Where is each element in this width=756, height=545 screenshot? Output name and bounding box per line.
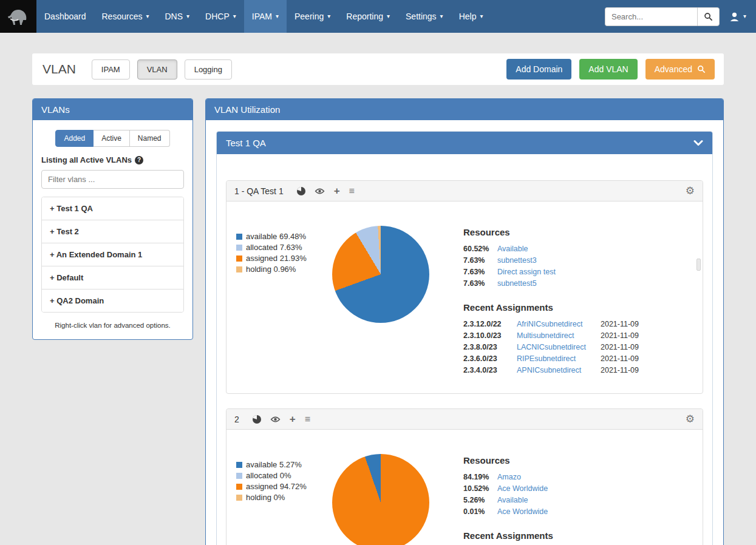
- vlan-list-item[interactable]: + Test 2: [42, 220, 183, 243]
- nav-label: Reporting: [346, 12, 383, 21]
- pie-chart-icon[interactable]: [297, 187, 305, 195]
- help-icon[interactable]: ?: [135, 156, 143, 164]
- vlans-panel: VLANs Added Active Named Listing all Act…: [32, 98, 193, 340]
- tab-ipam[interactable]: IPAM: [92, 59, 130, 80]
- legend-item: available 69.48%: [236, 232, 332, 241]
- nav-item-resources[interactable]: Resources▾: [94, 0, 157, 33]
- page-actions: Add Domain Add VLAN Advanced: [506, 59, 715, 80]
- card-info: Resources 60.52%Available 7.63%subnettes…: [463, 227, 693, 377]
- menu-bars-icon[interactable]: ≡: [305, 415, 310, 424]
- assignment-link[interactable]: LACNICsubnetdirect: [517, 343, 596, 351]
- legend-label: available 5.27%: [246, 460, 302, 469]
- pie-chart-icon[interactable]: [253, 415, 261, 424]
- mammoth-logo-icon: [6, 4, 30, 29]
- nav-item-dhcp[interactable]: DHCP▾: [197, 0, 244, 33]
- assignment-date: 2021-11-09: [601, 331, 693, 340]
- utilization-pie-chart: [332, 226, 429, 323]
- gear-icon[interactable]: ⚙: [686, 414, 695, 424]
- caret-down-icon: ▾: [276, 13, 279, 19]
- caret-down-icon: ▾: [440, 13, 443, 19]
- resource-link[interactable]: Ace Worldwide: [497, 484, 548, 493]
- resource-row: 5.26%Available: [463, 496, 693, 504]
- collapse-button[interactable]: [693, 140, 703, 146]
- plus-icon[interactable]: +: [334, 186, 340, 196]
- resource-link[interactable]: subnettest5: [497, 279, 537, 288]
- caret-down-icon: ▾: [186, 13, 189, 19]
- add-vlan-button[interactable]: Add VLAN: [579, 59, 637, 80]
- resource-row: 10.52%Ace Worldwide: [463, 484, 693, 493]
- vlan-filter-segments: Added Active Named: [41, 130, 184, 147]
- nav-item-dashboard[interactable]: Dashboard: [36, 0, 94, 33]
- assignment-cidr: 2.3.10.0/23: [463, 331, 512, 340]
- segment-added[interactable]: Added: [55, 130, 94, 147]
- tab-vlan[interactable]: VLAN: [137, 59, 177, 80]
- segment-active[interactable]: Active: [94, 130, 130, 147]
- vlan-list-item[interactable]: + An Extended Domain 1: [42, 243, 183, 266]
- legend-label: holding 0.96%: [246, 265, 296, 274]
- nav-item-settings[interactable]: Settings▾: [398, 0, 451, 33]
- assignment-cidr: 2.3.6.0/23: [463, 354, 512, 363]
- assignment-link[interactable]: Multisubnetdirect: [517, 331, 596, 340]
- nav-item-reporting[interactable]: Reporting▾: [338, 0, 398, 33]
- resource-link[interactable]: Ace Worldwide: [497, 507, 548, 516]
- search-button[interactable]: [697, 7, 720, 26]
- resource-percent: 7.63%: [463, 268, 491, 276]
- plus-icon[interactable]: +: [290, 414, 296, 424]
- legend-item: allocated 0%: [236, 471, 332, 480]
- assignment-row: 2.3.8.0/23LACNICsubnetdirect2021-11-09: [463, 343, 693, 351]
- legend-label: holding 0%: [246, 493, 285, 502]
- resource-link[interactable]: Available: [497, 245, 528, 253]
- brand-logo[interactable]: [0, 0, 36, 33]
- card-info: Resources 84.19%Amazo 10.52%Ace Worldwid…: [463, 455, 693, 545]
- caret-down-icon: ▾: [233, 13, 236, 19]
- assignment-row: 2.3.6.0/23RIPEsubnetdirect2021-11-09: [463, 354, 693, 363]
- vlan-list-item[interactable]: + Default: [42, 266, 183, 289]
- legend-swatch: [236, 473, 242, 479]
- resource-link[interactable]: subnettest3: [497, 256, 537, 265]
- assignment-link[interactable]: APNICsubnetdirect: [517, 366, 596, 374]
- legend-swatch: [236, 495, 242, 501]
- menu-bars-icon[interactable]: ≡: [349, 186, 355, 196]
- legend-label: allocated 7.63%: [246, 243, 302, 252]
- advanced-label: Advanced: [655, 64, 692, 74]
- nav-item-dns[interactable]: DNS▾: [157, 0, 197, 33]
- resource-link[interactable]: Available: [497, 496, 528, 504]
- resource-percent: 60.52%: [463, 245, 491, 253]
- eye-icon[interactable]: [315, 188, 325, 195]
- nav-item-ipam[interactable]: IPAM▾: [244, 0, 287, 33]
- scrollbar-thumb[interactable]: [696, 259, 701, 271]
- segment-named[interactable]: Named: [130, 130, 170, 147]
- search-input[interactable]: [605, 7, 697, 26]
- caret-down-icon: ▾: [480, 13, 483, 19]
- legend-label: available 69.48%: [246, 232, 306, 241]
- domain-header[interactable]: Test 1 QA: [217, 132, 712, 154]
- legend-swatch: [236, 484, 242, 490]
- nav-item-help[interactable]: Help▾: [451, 0, 491, 33]
- advanced-button[interactable]: Advanced: [645, 59, 715, 80]
- vlan-filter-input[interactable]: [41, 170, 184, 189]
- legend-swatch: [236, 245, 242, 251]
- add-vlan-label: Add VLAN: [588, 64, 628, 74]
- tab-logging[interactable]: Logging: [185, 59, 232, 80]
- vlans-footnote: Right-click vlan for advanced options.: [41, 322, 184, 329]
- caret-down-icon: ▾: [327, 13, 330, 19]
- assignment-link[interactable]: RIPEsubnetdirect: [517, 354, 596, 363]
- resource-link[interactable]: Amazo: [497, 473, 521, 481]
- nav-label: Dashboard: [44, 12, 86, 21]
- legend-item: holding 0.96%: [236, 265, 332, 274]
- nav-label: Resources: [102, 12, 143, 21]
- utilization-pie-chart: [332, 454, 429, 545]
- nav-item-peering[interactable]: Peering▾: [287, 0, 338, 33]
- vlan-list-item[interactable]: + Test 1 QA: [42, 197, 183, 220]
- legend-label: assigned 94.72%: [246, 482, 307, 491]
- resource-link[interactable]: Direct assign test: [497, 268, 556, 276]
- caret-down-icon: ▾: [743, 13, 746, 19]
- gear-icon[interactable]: ⚙: [686, 186, 695, 196]
- vlan-card-2-body: available 5.27% allocated 0% assigned 94…: [226, 430, 703, 545]
- user-menu[interactable]: ▾: [722, 0, 756, 33]
- assignment-link[interactable]: AfriNICsubnetdirect: [517, 320, 596, 328]
- assignment-date: 2021-11-09: [601, 366, 693, 374]
- eye-icon[interactable]: [270, 416, 281, 423]
- add-domain-button[interactable]: Add Domain: [506, 59, 571, 80]
- vlan-list-item[interactable]: + QA2 Domain: [42, 289, 183, 312]
